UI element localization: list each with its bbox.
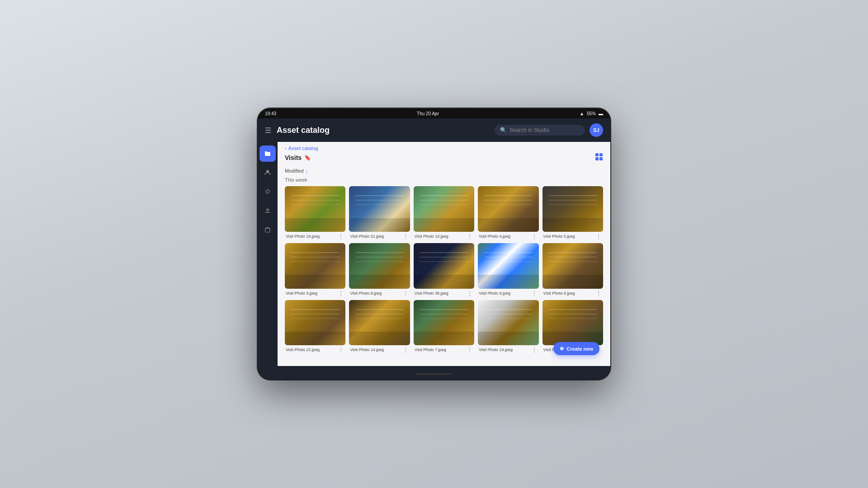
sort-arrow-icon: ↓ [306, 168, 308, 174]
sidebar-item-upload[interactable] [259, 202, 276, 219]
photo-grid: Visit Photo 16.jpeg⋮Visit Photo 31.jpeg⋮… [285, 186, 603, 353]
photo-item[interactable]: Visit Photo 36.jpeg⋮ [414, 243, 474, 296]
photo-item[interactable]: Visit Photo 3.jpeg⋮ [285, 243, 345, 296]
photo-more-button[interactable]: ⋮ [337, 290, 344, 296]
photo-thumbnail [414, 186, 474, 232]
photo-thumbnail [285, 243, 345, 289]
sort-bar: Modified ↓ [278, 166, 610, 175]
photo-more-button[interactable]: ⋮ [466, 347, 473, 353]
photo-info: Visit Photo 4.jpeg⋮ [478, 233, 538, 239]
photo-item[interactable]: Visit Photo 4.jpeg⋮ [478, 186, 538, 239]
photo-more-button[interactable]: ⋮ [531, 290, 538, 296]
photo-more-button[interactable]: ⋮ [595, 233, 602, 239]
photo-more-button[interactable]: ⋮ [595, 290, 602, 296]
photo-section: This week Visit Photo 16.jpeg⋮Visit Phot… [278, 175, 610, 366]
scroll-bar [416, 373, 452, 375]
grid-view-button[interactable] [595, 153, 603, 163]
folder-name: Visits [285, 154, 302, 161]
photo-item[interactable]: Visit Photo 6.jpeg⋮ [542, 243, 603, 296]
photo-more-button[interactable]: ⋮ [337, 233, 344, 239]
svg-rect-2 [595, 153, 599, 156]
tablet-frame: 19:43 Thu 20 Apr ▲ 55% ▬ ☰ Asset catalog… [258, 108, 610, 380]
breadcrumb-back-button[interactable]: ‹ Asset catalog [285, 145, 318, 151]
sidebar-item-trash[interactable] [259, 221, 276, 238]
photo-more-button[interactable]: ⋮ [531, 347, 538, 353]
photo-thumbnail [478, 243, 538, 289]
create-new-label: Create new [566, 346, 593, 352]
wifi-icon: ▲ [580, 111, 584, 116]
photo-name: Visit Photo 19.jpeg [479, 347, 513, 352]
photo-info: Visit Photo 7.jpeg⋮ [414, 347, 474, 353]
photo-more-button[interactable]: ⋮ [337, 347, 344, 353]
photo-info: Visit Photo 19.jpeg⋮ [478, 347, 538, 353]
photo-name: Visit Photo 3.jpeg [286, 291, 317, 296]
photo-thumbnail [285, 300, 345, 346]
svg-point-0 [266, 170, 269, 173]
photo-item[interactable]: Visit Photo 14.jpeg⋮ [349, 300, 410, 353]
photo-item[interactable]: Visit Photo 8.jpeg⋮ [349, 243, 410, 296]
photo-name: Visit Photo 6.jpeg [543, 291, 575, 296]
breadcrumb-bar: ‹ Asset catalog [278, 142, 610, 153]
folder-title: Visits 🔖 [285, 154, 311, 161]
avatar-button[interactable]: SJ [590, 123, 603, 137]
photo-name: Visit Photo 8.jpeg [350, 291, 382, 296]
status-time: 19:43 [265, 111, 276, 116]
photo-item[interactable]: Visit Photo 7.jpeg⋮ [414, 300, 474, 353]
photo-name: Visit Photo 31.jpeg [350, 234, 384, 239]
status-bar: 19:43 Thu 20 Apr ▲ 55% ▬ [258, 108, 610, 118]
photo-item[interactable]: Visit Photo 9.jpeg⋮ [478, 243, 538, 296]
svg-rect-1 [265, 228, 270, 232]
content-header: Visits 🔖 [278, 153, 610, 166]
photo-thumbnail [414, 300, 474, 346]
photo-name: Visit Photo 9.jpeg [479, 291, 510, 296]
photo-item[interactable]: Visit Photo 10.jpeg⋮ [414, 186, 474, 239]
header-right: 🔍 Search in Studio SJ [495, 123, 603, 137]
sidebar [258, 142, 278, 366]
photo-thumbnail [349, 300, 410, 346]
search-icon: 🔍 [500, 127, 507, 133]
sidebar-item-star[interactable] [259, 183, 276, 200]
photo-thumbnail [542, 243, 603, 289]
search-bar[interactable]: 🔍 Search in Studio [495, 125, 585, 136]
photo-info: Visit Photo 14.jpeg⋮ [349, 347, 410, 353]
photo-info: Visit Photo 36.jpeg⋮ [414, 290, 474, 296]
photo-name: Visit Photo 10.jpeg [415, 234, 448, 239]
photo-more-button[interactable]: ⋮ [466, 233, 473, 239]
scroll-indicator [258, 366, 610, 380]
photo-thumbnail [285, 186, 345, 232]
photo-more-button[interactable]: ⋮ [531, 233, 538, 239]
photo-info: Visit Photo 3.jpeg⋮ [285, 290, 345, 296]
breadcrumb-label: Asset catalog [288, 145, 318, 151]
photo-item[interactable]: Visit Photo 5.jpeg⋮ [542, 186, 603, 239]
photo-info: Visit Photo 16.jpeg⋮ [285, 233, 345, 239]
battery-level: 55% [587, 111, 596, 116]
photo-item[interactable]: Visit Photo 31.jpeg⋮ [349, 186, 410, 239]
create-new-icon: ⊕ [560, 346, 564, 352]
photo-name: Visit Photo 36.jpeg [415, 291, 448, 296]
photo-item[interactable]: Visit Photo 22.jpeg⋮ [285, 300, 345, 353]
hamburger-icon[interactable]: ☰ [265, 126, 271, 135]
battery-icon: ▬ [599, 111, 603, 116]
photo-item[interactable]: Visit Photo 16.jpeg⋮ [285, 186, 345, 239]
sidebar-item-folder[interactable] [259, 145, 276, 162]
section-title: This week [285, 177, 603, 183]
sidebar-item-user[interactable] [259, 164, 276, 181]
svg-rect-4 [595, 157, 599, 160]
photo-name: Visit Photo 4.jpeg [479, 234, 510, 239]
photo-more-button[interactable]: ⋮ [402, 290, 409, 296]
app-title: Asset catalog [277, 126, 330, 135]
photo-info: Visit Photo 31.jpeg⋮ [349, 233, 410, 239]
photo-name: Visit Photo 5.jpeg [543, 234, 575, 239]
photo-info: Visit Photo 10.jpeg⋮ [414, 233, 474, 239]
photo-name: Visit Photo 14.jpeg [350, 347, 384, 352]
photo-more-button[interactable]: ⋮ [466, 290, 473, 296]
header-left: ☰ Asset catalog [265, 126, 330, 135]
photo-more-button[interactable]: ⋮ [402, 347, 409, 353]
photo-more-button[interactable]: ⋮ [402, 233, 409, 239]
photo-thumbnail [542, 300, 603, 346]
create-new-button[interactable]: ⊕ Create new [553, 342, 599, 355]
search-placeholder: Search in Studio [509, 127, 549, 133]
photo-thumbnail [349, 243, 410, 289]
photo-item[interactable]: Visit Photo 19.jpeg⋮ [478, 300, 538, 353]
sort-label[interactable]: Modified [285, 168, 304, 174]
